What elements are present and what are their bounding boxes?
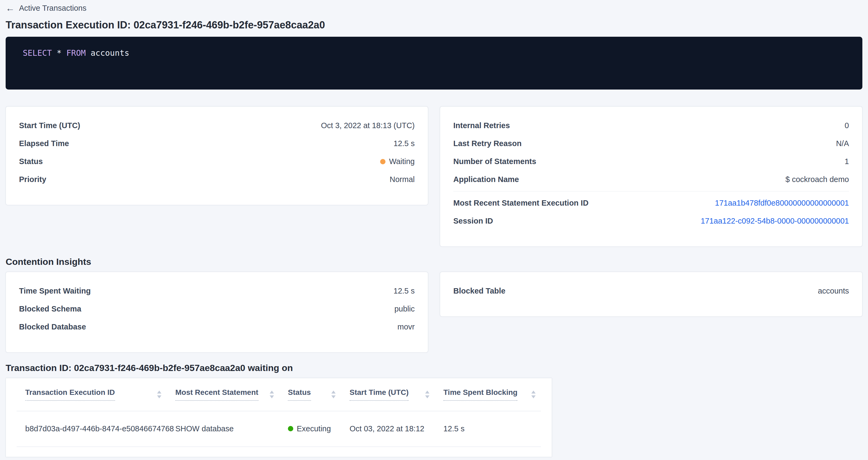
back-link[interactable]: ← Active Transactions (6, 3, 86, 12)
page-title: Transaction Execution ID: 02ca7931-f246-… (6, 20, 862, 30)
column-label: Transaction Execution ID (25, 388, 115, 401)
cell-time-spent-blocking: 12.5 s (435, 411, 541, 447)
cell-transaction-execution-id: b8d7d03a-d497-446b-8474-e50846674768 (17, 411, 167, 447)
start-time-row: Start Time (UTC) Oct 3, 2022 at 18:13 (U… (19, 117, 415, 134)
session-id-label: Session ID (453, 217, 493, 225)
priority-value: Normal (390, 175, 415, 184)
sort-icons[interactable] (157, 391, 161, 398)
last-retry-reason-row: Last Retry Reason N/A (453, 134, 849, 153)
sort-desc-icon (270, 395, 274, 398)
status-label: Status (19, 157, 43, 166)
last-retry-reason-value: N/A (836, 139, 849, 148)
statement-execution-id-label: Most Recent Statement Execution ID (453, 198, 588, 208)
start-time-value: Oct 3, 2022 at 18:13 (UTC) (321, 121, 415, 130)
column-label: Status (288, 388, 311, 401)
sql-keyword-from: FROM (66, 48, 86, 58)
card-divider (453, 191, 849, 191)
contention-waiting-card: Time Spent Waiting 12.5 s Blocked Schema… (6, 272, 428, 352)
number-of-statements-value: 1 (845, 157, 849, 166)
sort-asc-icon (425, 391, 429, 394)
summary-cards-row: Start Time (UTC) Oct 3, 2022 at 18:13 (U… (6, 106, 862, 247)
column-header-most-recent-statement[interactable]: Most Recent Statement (167, 378, 279, 411)
last-retry-reason-label: Last Retry Reason (453, 139, 522, 148)
contention-cards-row: Time Spent Waiting 12.5 s Blocked Schema… (6, 272, 862, 352)
blocked-schema-label: Blocked Schema (19, 305, 81, 313)
sort-desc-icon (425, 395, 429, 398)
blocked-table-value: accounts (818, 286, 849, 296)
sort-asc-icon (270, 391, 274, 394)
waiting-on-table-card: Transaction Execution ID Most Recent Sta… (6, 378, 552, 457)
column-header-start-time[interactable]: Start Time (UTC) (341, 378, 435, 411)
status-waiting-dot-icon (380, 159, 385, 164)
table-header-row: Transaction Execution ID Most Recent Sta… (17, 378, 541, 411)
internal-retries-value: 0 (845, 121, 849, 130)
blocked-table-label: Blocked Table (453, 286, 505, 296)
application-name-label: Application Name (453, 175, 519, 184)
sql-keyword-select: SELECT (23, 48, 52, 58)
status-badge: Waiting (389, 157, 415, 166)
statement-execution-id-link[interactable]: 171aa1b478fdf0e80000000000000001 (715, 198, 849, 208)
table-row: b8d7d03a-d497-446b-8474-e50846674768 SHO… (17, 411, 541, 447)
sql-space (62, 48, 66, 58)
status-row: Status Waiting (19, 153, 415, 171)
waiting-on-table: Transaction Execution ID Most Recent Sta… (17, 378, 541, 447)
contention-blocked-table-card: Blocked Table accounts (440, 272, 862, 316)
number-of-statements-row: Number of Statements 1 (453, 153, 849, 171)
sort-desc-icon (157, 395, 161, 398)
cell-most-recent-statement: SHOW database (167, 411, 279, 447)
blocked-database-value: movr (398, 323, 415, 331)
cell-status: Executing (279, 411, 341, 447)
blocked-schema-value: public (394, 305, 415, 313)
blocked-database-row: Blocked Database movr (19, 318, 415, 336)
priority-row: Priority Normal (19, 171, 415, 188)
blocked-schema-row: Blocked Schema public (19, 300, 415, 318)
statement-execution-id-row: Most Recent Statement Execution ID 171aa… (453, 194, 849, 212)
sql-space2 (86, 48, 91, 58)
elapsed-time-label: Elapsed Time (19, 139, 69, 148)
number-of-statements-label: Number of Statements (453, 157, 536, 166)
contention-insights-title: Contention Insights (6, 256, 862, 267)
sort-icons[interactable] (270, 391, 274, 398)
session-id-link[interactable]: 171aa122-c092-54b8-0000-000000000001 (701, 217, 849, 225)
sql-statement: SELECT * FROM accounts (23, 49, 845, 57)
elapsed-time-value: 12.5 s (394, 139, 415, 148)
session-id-row: Session ID 171aa122-c092-54b8-0000-00000… (453, 212, 849, 230)
sql-table-name: accounts (91, 48, 129, 58)
status-executing-dot-icon (288, 426, 293, 431)
status-badge: Executing (297, 424, 331, 433)
cell-start-time: Oct 03, 2022 at 18:12 (341, 411, 435, 447)
execution-details-card: Internal Retries 0 Last Retry Reason N/A… (440, 106, 862, 247)
internal-retries-label: Internal Retries (453, 121, 510, 130)
column-header-transaction-execution-id[interactable]: Transaction Execution ID (17, 378, 167, 411)
sort-asc-icon (331, 391, 336, 394)
column-label: Most Recent Statement (175, 388, 258, 401)
sort-icons[interactable] (331, 391, 336, 398)
internal-retries-row: Internal Retries 0 (453, 117, 849, 134)
priority-label: Priority (19, 175, 46, 184)
sort-desc-icon (531, 395, 536, 398)
blocked-table-row: Blocked Table accounts (453, 282, 849, 300)
time-spent-waiting-row: Time Spent Waiting 12.5 s (19, 282, 415, 300)
back-arrow-icon: ← (6, 3, 15, 12)
sort-desc-icon (331, 395, 336, 398)
back-link-label: Active Transactions (19, 3, 86, 12)
start-time-label: Start Time (UTC) (19, 121, 80, 130)
transaction-details-page: ← Active Transactions Transaction Execut… (0, 0, 868, 457)
sort-icons[interactable] (531, 391, 536, 398)
time-spent-waiting-label: Time Spent Waiting (19, 286, 91, 296)
sort-asc-icon (531, 391, 536, 394)
column-label: Time Spent Blocking (443, 388, 517, 401)
sort-asc-icon (157, 391, 161, 394)
time-spent-waiting-value: 12.5 s (394, 286, 415, 296)
sql-star-token: * (57, 48, 61, 58)
sql-statement-box: SELECT * FROM accounts (6, 37, 862, 90)
elapsed-time-row: Elapsed Time 12.5 s (19, 134, 415, 153)
application-name-value: $ cockroach demo (785, 175, 849, 184)
waiting-on-title: Transaction ID: 02ca7931-f246-469b-b2fe-… (6, 362, 862, 373)
transaction-summary-card: Start Time (UTC) Oct 3, 2022 at 18:13 (U… (6, 106, 428, 205)
sql-star (52, 48, 57, 58)
blocked-database-label: Blocked Database (19, 323, 86, 331)
column-header-status[interactable]: Status (279, 378, 341, 411)
sort-icons[interactable] (425, 391, 429, 398)
column-header-time-spent-blocking[interactable]: Time Spent Blocking (435, 378, 541, 411)
